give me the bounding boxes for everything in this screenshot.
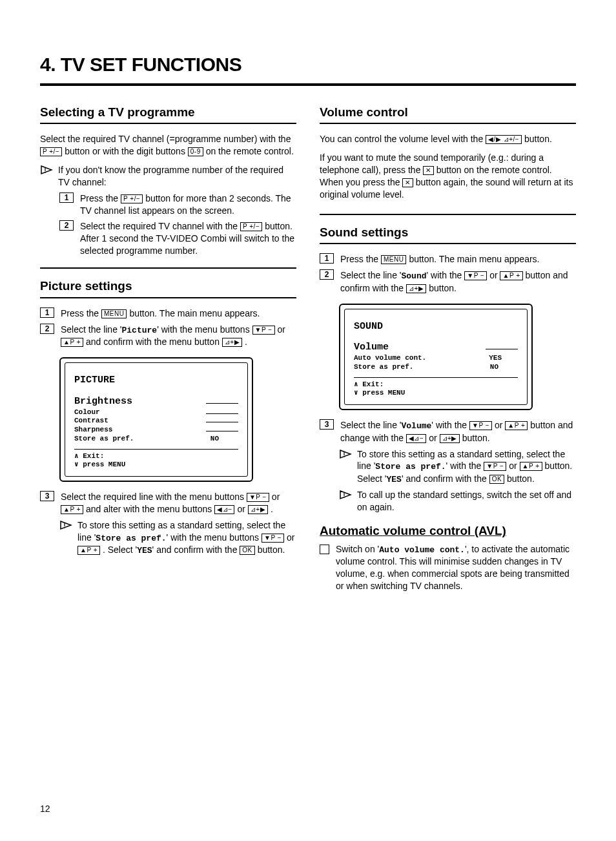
step-2: 2 Select the required TV channel with th… <box>59 220 296 257</box>
svg-point-5 <box>64 527 65 528</box>
svg-point-11 <box>344 497 345 499</box>
up-p-plus-button: ▲P + <box>61 505 83 514</box>
mono-volume: Volume <box>402 421 432 431</box>
text: or <box>429 433 439 443</box>
up-p-plus-button: ▲P + <box>505 421 528 430</box>
osd-store: Store as pref. <box>74 435 134 444</box>
text: ' with the menu buttons <box>167 532 262 543</box>
main-title: 4. TV SET FUNCTIONS <box>40 52 576 78</box>
slider-icon <box>486 349 518 349</box>
down-p-minus-button: ▼P − <box>484 462 506 471</box>
rule <box>40 297 296 298</box>
osd-row: Auto volume cont. <box>354 354 426 363</box>
text: Switch on ' <box>336 544 379 554</box>
up-p-plus-button: ▲P + <box>500 271 522 280</box>
tip: To store this setting as a standard sett… <box>339 448 576 486</box>
text: ' with the menu buttons <box>157 324 252 335</box>
text: Select the required TV channel with the <box>80 221 240 231</box>
svg-point-2 <box>45 172 46 173</box>
heading-select-programme: Selecting a TV programme <box>40 104 296 121</box>
svg-marker-3 <box>61 521 71 529</box>
text: button. <box>462 433 490 443</box>
text: ' and confirm with the <box>402 473 489 484</box>
text: or <box>287 532 294 543</box>
osd-exit2: ∨ press MENU <box>74 461 238 470</box>
text: Press the <box>61 308 101 318</box>
text: To call up the standard settings, switch… <box>357 489 576 514</box>
osd-row: Colour <box>74 408 100 417</box>
text: on the remote control. <box>206 146 294 156</box>
text: . <box>271 504 273 514</box>
mono-yes: YES <box>137 546 152 555</box>
note: If you don't know the programme number o… <box>40 164 296 189</box>
text: Select the line ' <box>340 270 402 280</box>
osd-separator <box>74 449 238 450</box>
step-number: 1 <box>320 253 334 264</box>
heading-picture-settings: Picture settings <box>40 278 296 295</box>
heading-volume-control: Volume control <box>320 104 576 121</box>
indented-steps: 1 Press the P +/− button for more than 2… <box>59 192 296 257</box>
svg-marker-6 <box>340 450 351 458</box>
step-number: 2 <box>320 269 334 280</box>
text: ' with the <box>427 270 465 280</box>
p-plus-minus-button: P +/− <box>40 147 62 156</box>
svg-marker-9 <box>340 491 351 499</box>
osd-title: PICTURE <box>74 375 238 387</box>
down-p-minus-button: ▼P − <box>262 534 284 543</box>
text: button. <box>507 473 535 484</box>
osd-row: Store as pref. <box>354 363 413 372</box>
mono-sound: Sound <box>402 271 427 281</box>
text: ' with the <box>446 461 484 471</box>
text: Select the required line with the menu b… <box>61 492 247 502</box>
vol-right-button: ⊿+▶ <box>406 284 426 293</box>
two-column-layout: Selecting a TV programme Select the requ… <box>40 104 576 597</box>
ok-button: OK <box>240 546 254 555</box>
text: button. The main menu appears. <box>129 308 260 318</box>
down-p-minus-button: ▼P − <box>469 421 492 430</box>
svg-marker-0 <box>41 166 52 174</box>
note-triangle-icon <box>59 520 72 530</box>
osd-store-val: NO <box>210 435 219 444</box>
tip: To store this setting as a standard sett… <box>59 519 296 557</box>
paragraph: Select the required TV channel (=program… <box>40 133 296 158</box>
text: Select the line ' <box>61 324 122 335</box>
rule <box>320 214 576 215</box>
text: or <box>509 461 519 471</box>
mono-store: Store as pref. <box>96 534 166 543</box>
up-p-plus-button: ▲P + <box>61 338 83 347</box>
osd-sound: SOUND Volume Auto volume cont.YES Store … <box>339 304 533 411</box>
rule <box>40 267 296 269</box>
text: button. <box>265 221 293 231</box>
up-p-plus-button: ▲P + <box>77 546 100 555</box>
text: Select the line ' <box>340 420 402 430</box>
digits-button: 0-9 <box>188 147 203 156</box>
text: . Select ' <box>103 545 137 555</box>
osd-val: YES <box>489 354 502 363</box>
p-plus-minus-button: P +/− <box>240 222 262 231</box>
osd-highlight: Volume <box>354 342 389 354</box>
text: Press the <box>340 254 381 264</box>
svg-point-8 <box>344 456 345 457</box>
text: button. The main menu appears. <box>409 254 539 264</box>
text: or <box>277 324 285 335</box>
osd-picture: PICTURE Brightness Colour Contrast Sharp… <box>59 357 253 482</box>
down-p-minus-button: ▼P − <box>252 326 275 335</box>
vol-right-button: ⊿+▶ <box>440 434 460 443</box>
sound-step-3: 3 Select the line 'Volume' with the ▼P −… <box>320 419 576 444</box>
osd-val: NO <box>490 363 498 372</box>
slider-icon <box>206 422 238 422</box>
paragraph: You can control the volume level with th… <box>320 133 576 145</box>
vol-left-button: ◀⊿− <box>214 505 234 514</box>
note-triangle-icon <box>339 449 352 459</box>
text: button. <box>429 283 457 293</box>
rule <box>320 123 576 124</box>
text: ' with the <box>431 420 469 430</box>
text: Press the <box>80 193 121 203</box>
osd-exit1: ∧ Exit: <box>354 380 518 389</box>
text: You can control the volume level with th… <box>320 134 486 144</box>
vol-right-button: ⊿+▶ <box>222 338 242 347</box>
picture-step-3: 3 Select the required line with the menu… <box>40 491 296 515</box>
p-plus-minus-button: P +/− <box>121 194 143 203</box>
text: or <box>272 492 280 502</box>
osd-exit1: ∧ Exit: <box>74 452 238 461</box>
